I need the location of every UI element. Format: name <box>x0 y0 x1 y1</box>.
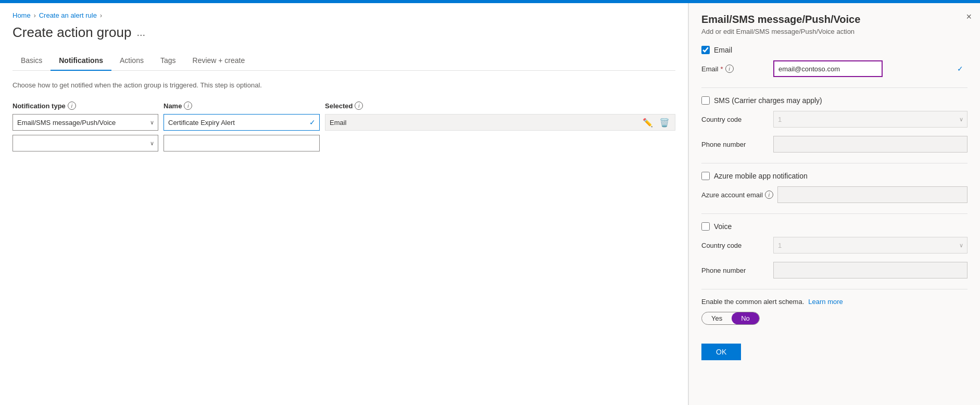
panel-close-button[interactable]: × <box>966 11 972 22</box>
email-field-label: Email * i <box>701 65 769 73</box>
required-star: * <box>721 65 723 73</box>
name-info-icon[interactable]: i <box>184 102 192 110</box>
breadcrumb-alert-rule[interactable]: Create an alert rule <box>39 11 97 19</box>
tab-review-create[interactable]: Review + create <box>184 51 254 71</box>
toggle-yes-button[interactable]: Yes <box>702 312 732 324</box>
breadcrumb-chevron2: › <box>100 12 102 19</box>
sms-checkbox[interactable] <box>701 96 710 105</box>
left-panel: Home › Create an alert rule › Create act… <box>0 3 688 405</box>
voice-country-label: Country code <box>701 242 769 249</box>
mobile-checkbox[interactable] <box>701 172 710 180</box>
voice-country-select[interactable]: 1 <box>773 237 968 254</box>
mobile-email-label: Azure account email i <box>701 191 773 199</box>
page-title: Create action group <box>12 24 131 41</box>
email-info-icon[interactable]: i <box>725 65 734 73</box>
divider-4 <box>701 289 968 289</box>
mobile-section: Azure mobile app notification Azure acco… <box>701 172 968 203</box>
col-header-type: Notification type i <box>12 102 164 110</box>
notification-name-input[interactable] <box>164 114 320 131</box>
sms-country-label: Country code <box>701 116 769 123</box>
divider-3 <box>701 213 968 214</box>
voice-checkbox-label: Voice <box>714 222 732 231</box>
sms-country-row: Country code 1 ∨ <box>701 111 968 128</box>
email-field-row: Email * i ✓ <box>701 60 968 77</box>
mobile-email-row: Azure account email i <box>701 186 968 203</box>
breadcrumb-home[interactable]: Home <box>12 11 31 19</box>
email-input-wrapper: ✓ <box>773 60 968 77</box>
notification-type-info-icon[interactable]: i <box>68 102 76 110</box>
email-checkbox-label: Email <box>714 46 732 54</box>
selected-info-icon[interactable]: i <box>355 102 363 110</box>
breadcrumb: Home › Create an alert rule › <box>12 11 675 19</box>
notification-type-wrapper: Email/SMS message/Push/Voice ∨ <box>12 114 158 131</box>
mobile-info-icon[interactable]: i <box>765 191 773 199</box>
ok-button[interactable]: OK <box>701 344 741 360</box>
mobile-email-input[interactable] <box>777 186 968 203</box>
sms-phone-label: Phone number <box>701 141 769 148</box>
notification-table: Notification type i Name i Selected i Em… <box>12 102 675 151</box>
email-checkbox[interactable] <box>701 46 710 54</box>
sms-section: SMS (Carrier charges may apply) Country … <box>701 96 968 153</box>
selected-value: Email <box>330 119 347 126</box>
alert-schema-section: Enable the common alert schema. Learn mo… <box>701 298 968 325</box>
schema-label: Enable the common alert schema. <box>701 298 804 306</box>
sms-country-select[interactable]: 1 <box>773 111 968 128</box>
notification-type-select[interactable]: Email/SMS message/Push/Voice <box>12 114 158 131</box>
table-row: Email/SMS message/Push/Voice ∨ ✓ Email ✏… <box>12 114 675 131</box>
right-panel: Email/SMS message/Push/Voice Add or edit… <box>688 3 980 405</box>
tab-notifications[interactable]: Notifications <box>51 51 111 71</box>
learn-more-link[interactable]: Learn more <box>808 298 843 306</box>
name-check-icon: ✓ <box>309 118 316 126</box>
sms-checkbox-row: SMS (Carrier charges may apply) <box>701 96 968 105</box>
notification-name-wrapper: ✓ <box>164 114 320 131</box>
email-section: Email Email * i ✓ <box>701 46 968 77</box>
sms-phone-row: Phone number <box>701 136 968 153</box>
table-row-empty: ∨ <box>12 135 675 151</box>
edit-button[interactable]: ✏️ <box>642 118 654 128</box>
toggle-no-button[interactable]: No <box>732 312 759 324</box>
voice-phone-label: Phone number <box>701 267 769 274</box>
sms-phone-input[interactable] <box>773 136 968 153</box>
divider-2 <box>701 163 968 163</box>
mobile-checkbox-label: Azure mobile app notification <box>714 172 808 180</box>
sms-country-wrapper: 1 ∨ <box>773 111 968 128</box>
voice-country-row: Country code 1 ∨ <box>701 237 968 254</box>
empty-name-input[interactable] <box>164 135 320 151</box>
selected-actions: ✏️ 🗑️ <box>642 118 671 128</box>
tab-tags[interactable]: Tags <box>152 51 184 71</box>
sms-checkbox-label: SMS (Carrier charges may apply) <box>714 96 822 105</box>
voice-phone-input[interactable] <box>773 262 968 279</box>
voice-checkbox-row: Voice <box>701 222 968 231</box>
mobile-checkbox-row: Azure mobile app notification <box>701 172 968 180</box>
page-description: Choose how to get notified when the acti… <box>12 81 675 89</box>
schema-row: Enable the common alert schema. Learn mo… <box>701 298 968 306</box>
breadcrumb-chevron1: › <box>34 12 36 19</box>
voice-country-wrapper: 1 ∨ <box>773 237 968 254</box>
tab-bar: Basics Notifications Actions Tags Review… <box>12 51 675 71</box>
delete-button[interactable]: 🗑️ <box>658 118 671 128</box>
email-checkbox-row: Email <box>701 46 968 54</box>
panel-subtitle: Add or edit Email/SMS message/Push/Voice… <box>701 28 968 35</box>
email-check-icon: ✓ <box>957 65 963 73</box>
col-header-name: Name i <box>164 102 325 110</box>
voice-checkbox[interactable] <box>701 222 710 231</box>
empty-type-wrapper: ∨ <box>12 135 158 151</box>
empty-type-select[interactable] <box>12 135 158 151</box>
email-input[interactable] <box>773 60 883 77</box>
tab-actions[interactable]: Actions <box>111 51 152 71</box>
toggle-group: Yes No <box>701 312 760 325</box>
voice-section: Voice Country code 1 ∨ Phone number <box>701 222 968 279</box>
selected-cell: Email ✏️ 🗑️ <box>325 114 675 131</box>
tab-basics[interactable]: Basics <box>12 51 51 71</box>
panel-title: Email/SMS message/Push/Voice <box>701 14 968 26</box>
page-title-container: Create action group ... <box>12 24 675 41</box>
col-header-selected: Selected i <box>325 102 675 110</box>
divider-1 <box>701 87 968 88</box>
table-header: Notification type i Name i Selected i <box>12 102 675 110</box>
more-options-button[interactable]: ... <box>136 27 145 39</box>
voice-phone-row: Phone number <box>701 262 968 279</box>
